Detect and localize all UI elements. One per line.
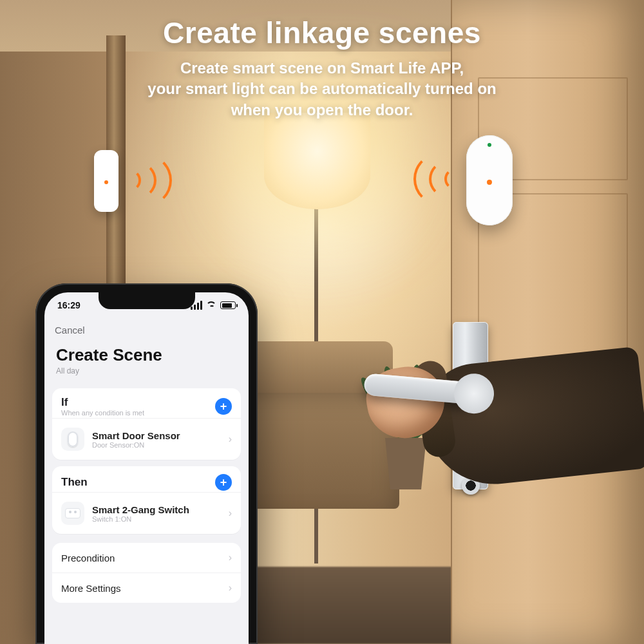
page-header: Create Scene All day (44, 341, 249, 382)
more-settings-row[interactable]: More Settings › (52, 573, 241, 603)
nav-bar: Cancel (44, 318, 249, 341)
wifi-icon (206, 301, 216, 309)
page-title: Create Scene (56, 345, 237, 365)
marketing-headline: Create linkage scenes Create smart scene… (0, 15, 644, 120)
then-title: Then (61, 476, 88, 489)
chevron-right-icon: › (229, 507, 232, 519)
condition-device-name: Smart Door Sensor (92, 430, 221, 441)
switch-icon (61, 502, 84, 525)
floor-lamp-icon (264, 113, 370, 209)
door-sensor-magnet-icon (94, 150, 118, 212)
precondition-label: Precondition (61, 553, 115, 564)
phone-screen: 16:29 Cancel Create Scene All day If (44, 292, 249, 644)
settings-list: Precondition › More Settings › (52, 543, 241, 603)
door-sensor-main-icon (466, 135, 513, 225)
plus-icon: + (220, 400, 227, 413)
status-time: 16:29 (57, 300, 80, 310)
if-title: If (61, 396, 144, 409)
action-row[interactable]: Smart 2-Gang Switch Switch 1:ON › (52, 492, 241, 534)
chevron-right-icon: › (229, 433, 232, 445)
chevron-right-icon: › (229, 582, 232, 594)
add-action-button[interactable]: + (215, 474, 232, 491)
page-subtitle: All day (56, 366, 237, 375)
add-condition-button[interactable]: + (215, 398, 232, 415)
promo-scene: Create linkage scenes Create smart scene… (0, 0, 644, 644)
condition-row[interactable]: Smart Door Sensor Door Sensor:ON › (52, 418, 241, 460)
condition-device-state: Door Sensor:ON (92, 441, 221, 449)
cancel-button[interactable]: Cancel (55, 325, 85, 336)
marketing-title: Create linkage scenes (26, 15, 618, 50)
precondition-row[interactable]: Precondition › (52, 543, 241, 573)
if-card: If When any condition is met + Smart Doo… (52, 388, 241, 460)
phone-frame: 16:29 Cancel Create Scene All day If (35, 283, 258, 644)
door-sensor-icon (61, 428, 84, 451)
action-device-state: Switch 1:ON (92, 515, 221, 523)
more-settings-label: More Settings (61, 583, 121, 594)
action-device-name: Smart 2-Gang Switch (92, 504, 221, 515)
chevron-right-icon: › (229, 552, 232, 564)
then-card: Then + Smart 2-Gang Switch Switch 1:ON › (52, 466, 241, 534)
phone-notch (99, 292, 195, 309)
marketing-subtitle: Create smart scene on Smart Life APP, yo… (26, 58, 618, 120)
battery-icon (220, 301, 236, 309)
if-hint: When any condition is met (61, 409, 144, 417)
plus-icon: + (220, 476, 227, 489)
